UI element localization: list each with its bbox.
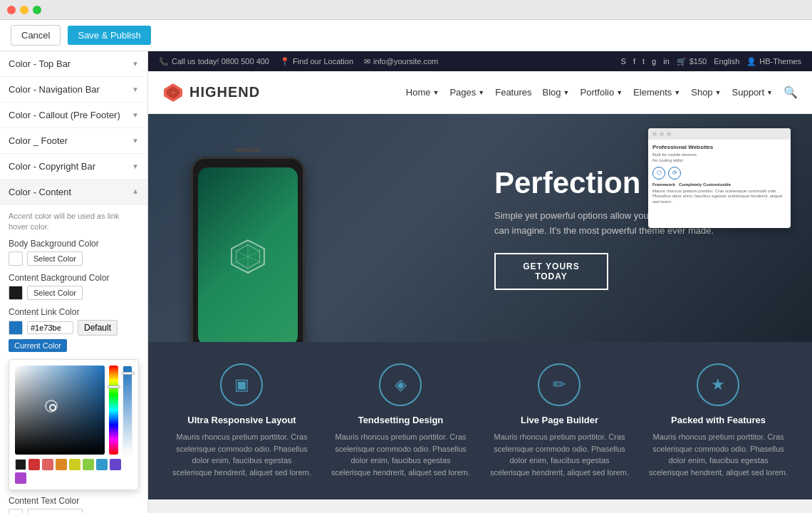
cancel-button[interactable]: Cancel bbox=[11, 25, 61, 46]
swatch-purple[interactable] bbox=[110, 459, 121, 470]
content-bg-select-button[interactable]: Select Color bbox=[27, 286, 83, 300]
swatch-violet[interactable] bbox=[15, 472, 26, 484]
feature-responsive-title: Ultra Responsive Layout bbox=[172, 415, 311, 425]
sidebar-item-label: Color - Callout (Pre Footer) bbox=[9, 110, 120, 120]
nav-chevron-icon: ▼ bbox=[563, 89, 570, 96]
social-twitter-icon: t bbox=[642, 57, 645, 66]
body-bg-color-row: Body Background Color Select Color bbox=[9, 239, 139, 266]
default-button[interactable]: Default bbox=[78, 320, 118, 336]
feature-responsive-desc: Mauris rhoncus pretium porttitor. Cras s… bbox=[172, 431, 311, 478]
nav-home[interactable]: Home▼ bbox=[406, 87, 439, 98]
sidebar-item-label: Color - Navigation Bar bbox=[9, 84, 100, 95]
content-text-select-button[interactable]: Select Color bbox=[27, 509, 83, 513]
content-link-label: Content Link Color bbox=[9, 307, 139, 317]
swatch-red[interactable] bbox=[28, 459, 40, 470]
sidebar-item-color-top-bar[interactable]: Color - Top Bar ▼ bbox=[0, 51, 147, 77]
expanded-content-section: Accent color will be used as link hover … bbox=[0, 205, 147, 513]
hero-cta-button[interactable]: GET YOURS TODAY bbox=[494, 253, 608, 290]
gradient-picker[interactable] bbox=[15, 366, 105, 455]
chevron-down-icon: ▼ bbox=[132, 86, 139, 93]
action-bar: Cancel Save & Publish bbox=[0, 20, 812, 51]
browser-window: Professional Websites Built for mobile d… bbox=[648, 128, 791, 228]
feature-builder-title: Live Page Builder bbox=[489, 415, 629, 425]
hex-value-input[interactable] bbox=[27, 321, 73, 334]
nav-chevron-icon: ▼ bbox=[478, 89, 484, 96]
close-button[interactable] bbox=[7, 6, 16, 14]
content-link-swatch[interactable] bbox=[9, 321, 23, 335]
save-publish-button[interactable]: Save & Publish bbox=[68, 26, 150, 45]
feature-builder-icon: ✏ bbox=[538, 363, 581, 406]
sidebar-item-color-content[interactable]: Color - Content ▼ bbox=[0, 180, 147, 205]
hue-slider[interactable] bbox=[109, 366, 119, 455]
swatch-yellow[interactable] bbox=[69, 459, 80, 470]
alpha-handle bbox=[122, 372, 135, 375]
sidebar-item-color-copyright[interactable]: Color - Copyright Bar ▼ bbox=[0, 154, 147, 180]
email-icon: ✉ bbox=[364, 57, 370, 66]
top-bar-location: 📍 Find our Location bbox=[280, 57, 353, 66]
top-bar-cart: 🛒 $150 bbox=[677, 57, 707, 66]
feature-design-desc: Mauris rhoncus pretium porttitor. Cras s… bbox=[330, 431, 470, 478]
nav-portfolio[interactable]: Portfolio▼ bbox=[580, 87, 623, 98]
nav-chevron-icon: ▼ bbox=[674, 89, 680, 96]
nav-blog[interactable]: Blog▼ bbox=[543, 87, 570, 98]
body-bg-swatch[interactable] bbox=[9, 252, 23, 266]
chevron-down-icon: ▼ bbox=[132, 60, 139, 68]
swatch-pink[interactable] bbox=[42, 459, 53, 470]
browser-dot-2 bbox=[660, 132, 664, 136]
search-icon[interactable]: 🔍 bbox=[784, 86, 798, 99]
nav-support[interactable]: Support▼ bbox=[732, 87, 773, 98]
feature-responsive: ▣ Ultra Responsive Layout Mauris rhoncus… bbox=[172, 363, 311, 478]
content-bg-label: Content Background Color bbox=[9, 273, 139, 283]
minimize-button[interactable] bbox=[20, 6, 28, 14]
nav-shop[interactable]: Shop▼ bbox=[691, 87, 721, 98]
phone-mockup bbox=[191, 157, 305, 342]
maximize-button[interactable] bbox=[33, 6, 41, 14]
diamond-icon bbox=[229, 237, 268, 276]
sidebar-item-color-callout[interactable]: Color - Callout (Pre Footer) ▼ bbox=[0, 103, 147, 128]
top-bar-phone: 📞 Call us today! 0800 500 400 bbox=[159, 57, 269, 66]
swatch-black[interactable] bbox=[15, 459, 26, 470]
left-panel: Color - Top Bar ▼ Color - Navigation Bar… bbox=[0, 51, 148, 513]
phone-speaker bbox=[234, 148, 262, 152]
logo-text: HIGHEND bbox=[189, 84, 260, 100]
account-icon: 👤 bbox=[746, 57, 756, 66]
swatch-green[interactable] bbox=[83, 459, 94, 470]
browser-dot-1 bbox=[652, 132, 657, 136]
picker-dot[interactable] bbox=[49, 404, 56, 411]
swatch-orange[interactable] bbox=[56, 459, 67, 470]
top-bar-right: S f t g in 🛒 $150 English 👤 HB-Themes bbox=[621, 57, 801, 66]
customizable-icon: ⟳ bbox=[668, 167, 681, 180]
nav-features[interactable]: Features bbox=[495, 87, 531, 98]
sidebar-item-color-nav-bar[interactable]: Color - Navigation Bar ▼ bbox=[0, 77, 147, 103]
chevron-down-icon: ▼ bbox=[132, 111, 139, 119]
content-text-swatch[interactable] bbox=[9, 509, 23, 513]
current-color-button[interactable]: Current Color bbox=[9, 339, 67, 352]
top-bar-email: ✉ info@yoursite.com bbox=[364, 57, 438, 66]
site-hero: Professional Websites Built for mobile d… bbox=[148, 114, 812, 342]
swatch-blue[interactable] bbox=[96, 459, 108, 470]
feature-builder-desc: Mauris rhoncus pretium porttitor. Cras s… bbox=[489, 431, 629, 478]
logo-diamond-icon bbox=[162, 82, 184, 103]
alpha-slider[interactable] bbox=[123, 366, 132, 455]
social-linkedin-icon: in bbox=[663, 57, 670, 66]
website-preview: 📞 Call us today! 0800 500 400 📍 Find our… bbox=[148, 51, 812, 513]
feature-design: ◈ Tendsetting Design Mauris rhoncus pret… bbox=[330, 363, 470, 478]
phone-icon: 📞 bbox=[159, 57, 169, 66]
body-bg-label: Body Background Color bbox=[9, 239, 139, 249]
hue-handle bbox=[108, 385, 120, 388]
feature-design-title: Tendsetting Design bbox=[330, 415, 470, 425]
content-bg-swatch[interactable] bbox=[9, 286, 23, 300]
hero-phone-area bbox=[148, 114, 480, 342]
nav-elements[interactable]: Elements▼ bbox=[633, 87, 680, 98]
site-top-bar: 📞 Call us today! 0800 500 400 📍 Find our… bbox=[148, 51, 812, 71]
chevron-down-icon: ▼ bbox=[132, 137, 139, 145]
social-facebook-icon: f bbox=[633, 57, 635, 66]
accent-note: Accent color will be used as link hover … bbox=[9, 211, 139, 233]
body-bg-select-button[interactable]: Select Color bbox=[27, 252, 83, 266]
nav-pages[interactable]: Pages▼ bbox=[449, 87, 484, 98]
social-skype-icon: S bbox=[621, 57, 626, 66]
feature-packed-title: Packed with Features bbox=[648, 415, 788, 425]
sidebar-item-color-footer[interactable]: Color _ Footer ▼ bbox=[0, 128, 147, 154]
phone-screen bbox=[198, 167, 298, 342]
location-icon: 📍 bbox=[280, 57, 290, 66]
